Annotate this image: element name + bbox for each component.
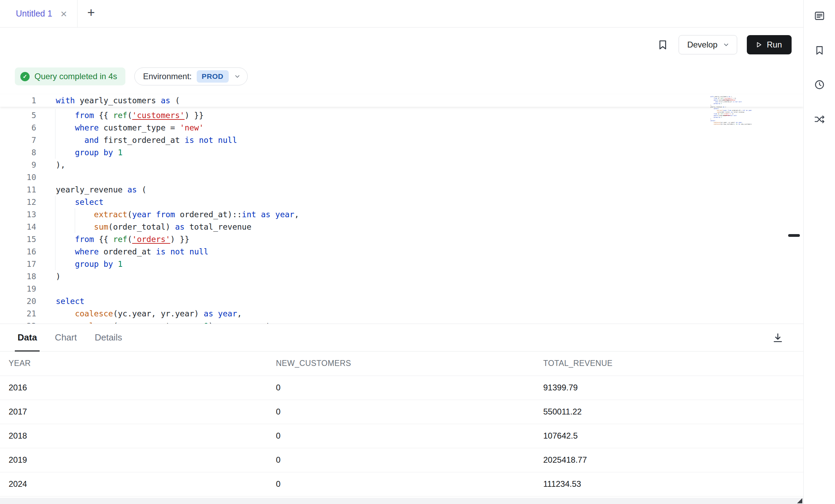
code-line: 10 (0, 171, 803, 183)
table-cell: 2016 (0, 376, 267, 400)
table-cell: 0 (267, 424, 535, 448)
line-number: 8 (0, 146, 36, 159)
line-number: 21 (0, 307, 36, 320)
run-button[interactable]: Run (747, 35, 792, 54)
results-table: YEARNEW_CUSTOMERSTOTAL_REVENUE 201609139… (0, 351, 803, 496)
query-status-badge: ✓ Query completed in 4s (15, 67, 125, 85)
line-number: 13 (0, 208, 36, 221)
right-sidebar (803, 0, 835, 504)
line-number: 18 (0, 270, 36, 283)
line-number: 9 (0, 159, 36, 171)
check-circle-icon: ✓ (20, 72, 30, 81)
run-label: Run (767, 40, 782, 50)
tab-bar: Untitled 1 × + (0, 0, 803, 28)
line-number: 16 (0, 245, 36, 258)
indent-guide (55, 109, 55, 159)
develop-label: Develop (687, 40, 718, 50)
horizontal-scrollbar[interactable] (0, 498, 803, 504)
line-number: 1 (0, 94, 36, 107)
compiled-sql-icon (814, 10, 825, 22)
code-line: 22 coalesce(yc.new_customers, 0) as new_… (0, 320, 803, 324)
bookmark-icon (814, 44, 825, 56)
bookmark-icon (657, 39, 669, 51)
code-line: 16 where ordered_at is not null (0, 245, 803, 258)
resize-grip-icon[interactable] (797, 498, 802, 503)
lineage-button[interactable] (813, 112, 826, 126)
code-lines: 5 from {{ ref('customers') }}6 where cus… (0, 109, 803, 324)
history-button[interactable] (813, 78, 826, 92)
table-cell: 2017 (0, 400, 267, 424)
environment-label: Environment: (143, 72, 192, 81)
chevron-down-icon (722, 41, 730, 49)
line-number: 22 (0, 320, 36, 324)
code-line: 17 group by 1 (0, 258, 803, 270)
code-line: 14 sum(order_total) as total_revenue (0, 221, 803, 233)
results-tab-chart[interactable]: Chart (55, 324, 77, 351)
close-icon[interactable]: × (61, 8, 67, 19)
code-line: 5 from {{ ref('customers') }} (0, 109, 803, 122)
table-cell: 2019 (0, 448, 267, 472)
compiled-sql-button[interactable] (813, 9, 826, 23)
line-number: 6 (0, 122, 36, 134)
table-cell: 2018 (0, 424, 267, 448)
main-area: Untitled 1 × + Develop (0, 0, 803, 504)
table-cell: 0 (267, 376, 535, 400)
scrollbar-thumb[interactable] (788, 234, 800, 237)
column-header: TOTAL_REVENUE (535, 351, 803, 376)
table-cell: 0 (267, 400, 535, 424)
query-status-text: Query completed in 4s (34, 72, 117, 81)
download-button[interactable] (772, 332, 784, 344)
line-number: 15 (0, 233, 36, 245)
code-line: 8 group by 1 (0, 146, 803, 159)
chevron-down-icon (234, 73, 241, 80)
download-icon (772, 332, 784, 344)
line-number: 17 (0, 258, 36, 270)
app-root: Untitled 1 × + Develop (0, 0, 835, 504)
indent-guide (55, 196, 55, 270)
code-line: 7 and first_ordered_at is not null (0, 134, 803, 146)
bookmark-button[interactable] (657, 39, 669, 51)
code-line: 11yearly_revenue as ( (0, 183, 803, 196)
results-tab-details[interactable]: Details (95, 324, 122, 351)
table-cell: 111234.53 (535, 472, 803, 496)
code-line: 13 extract(year from ordered_at)::int as… (0, 208, 803, 221)
tab-untitled-1[interactable]: Untitled 1 × (0, 0, 77, 27)
table-cell: 0 (267, 472, 535, 496)
table-cell: 107642.5 (535, 424, 803, 448)
code-line: 20select (0, 295, 803, 307)
code-line: 21 coalesce(yc.year, yr.year) as year, (0, 307, 803, 320)
code-line: 1with yearly_customers as ( (0, 94, 803, 107)
results-tab-data[interactable]: Data (18, 324, 37, 351)
line-number: 19 (0, 283, 36, 295)
table-cell: 0 (267, 448, 535, 472)
table-row: 20180107642.5 (0, 424, 803, 448)
environment-value-badge: PROD (197, 70, 229, 83)
line-number: 5 (0, 109, 36, 122)
lineage-icon (814, 113, 825, 125)
table-row: 20170550011.22 (0, 400, 803, 424)
results-tabs: DataChartDetails (18, 324, 122, 351)
code-line: 12 select (0, 196, 803, 208)
column-header: YEAR (0, 351, 267, 376)
status-row: ✓ Query completed in 4s Environment: PRO… (0, 59, 803, 90)
play-icon (754, 41, 763, 49)
environment-selector[interactable]: Environment: PROD (134, 67, 247, 85)
table-header-row: YEARNEW_CUSTOMERSTOTAL_REVENUE (0, 351, 803, 376)
line-number: 11 (0, 183, 36, 196)
new-tab-button[interactable]: + (78, 0, 95, 27)
develop-button[interactable]: Develop (679, 35, 737, 54)
bookmarks-button[interactable] (813, 43, 826, 57)
line-number: 20 (0, 295, 36, 307)
table-cell: 2024 (0, 472, 267, 496)
tab-label: Untitled 1 (16, 9, 52, 19)
line-number: 14 (0, 221, 36, 233)
code-editor[interactable]: 1with yearly_customers as ( 5 from {{ re… (0, 90, 803, 324)
table-row: 2016091399.79 (0, 376, 803, 400)
code-line: 6 where customer_type = 'new' (0, 122, 803, 134)
sticky-scroll-line: 1with yearly_customers as ( (0, 94, 803, 107)
table-cell: 91399.79 (535, 376, 803, 400)
editor-toolbar: Develop Run (0, 28, 803, 59)
line-number: 12 (0, 196, 36, 208)
results-tab-bar: DataChartDetails (0, 324, 803, 351)
minimap[interactable]: with yearly_customers as ( from {{ ref('… (710, 96, 752, 125)
